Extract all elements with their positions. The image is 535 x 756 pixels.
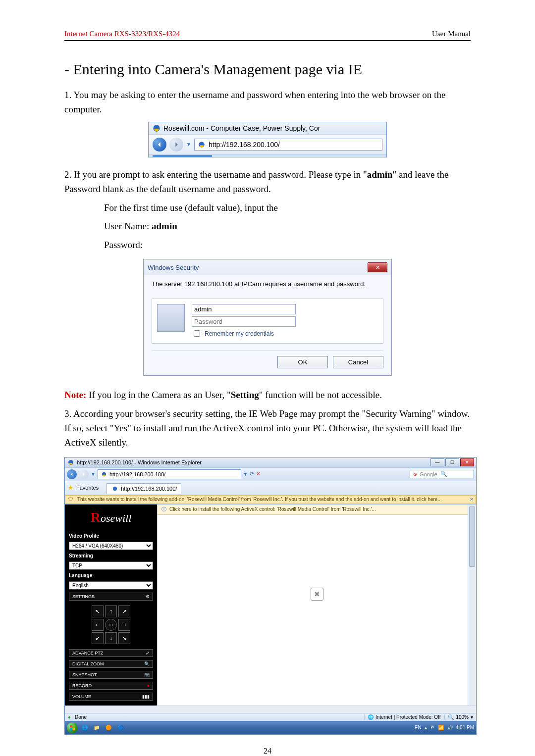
favorites-bar: ★ Favorites http://192.168.200.100/ bbox=[65, 481, 476, 495]
tray-lang[interactable]: EN bbox=[415, 725, 422, 730]
ptz-up[interactable]: ↑ bbox=[105, 605, 117, 617]
credentials-container: Remember my credentials bbox=[152, 299, 383, 344]
note-label: Note: bbox=[64, 390, 86, 400]
close-button[interactable]: ✕ bbox=[368, 262, 387, 272]
tray-chevron-icon[interactable]: ▴ bbox=[425, 725, 427, 730]
tray-volume-icon[interactable]: 🔊 bbox=[447, 725, 453, 730]
ptz-left[interactable]: ← bbox=[92, 619, 104, 631]
ptz-up-right[interactable]: ↗ bbox=[118, 605, 130, 617]
video-profile-label: Video Profile bbox=[69, 533, 153, 539]
ie-address-bar-screenshot: Rosewill.com - Computer Case, Power Supp… bbox=[148, 122, 387, 157]
forward-button[interactable] bbox=[79, 469, 89, 479]
taskbar-app-icon[interactable]: 🔵 bbox=[115, 723, 125, 733]
back-button[interactable] bbox=[67, 469, 77, 479]
streaming-select[interactable]: TCP bbox=[69, 561, 153, 570]
stop-icon[interactable]: ✕ bbox=[256, 471, 261, 477]
chevron-down-icon: ▾ bbox=[471, 714, 473, 720]
nav-history-dropdown-icon[interactable]: ▼ bbox=[91, 471, 96, 477]
language-select[interactable]: English bbox=[69, 581, 153, 590]
activex-inner-text: Click here to install the following Acti… bbox=[169, 506, 376, 512]
ie-window-title-bar: Rosewill.com - Computer Case, Power Supp… bbox=[149, 122, 386, 134]
logo-rest: osewill bbox=[101, 512, 131, 524]
info-icon: ⓘ bbox=[161, 506, 166, 513]
record-icon: ● bbox=[147, 683, 150, 688]
digital-zoom-label: DIGITAL ZOOM bbox=[72, 661, 104, 666]
volume-icon: ▮▮▮ bbox=[142, 694, 150, 699]
nav-history-dropdown-icon[interactable]: ▼ bbox=[186, 142, 191, 147]
ptz-down-right[interactable]: ↘ bbox=[118, 632, 130, 644]
activex-inner-bar[interactable]: ⓘ Click here to install the following Ac… bbox=[158, 504, 476, 515]
header-model: Internet Camera RXS-3323/RXS-4324 bbox=[64, 30, 180, 38]
dialog-title: Windows Security bbox=[148, 264, 199, 271]
refresh-icon[interactable]: ⟳ bbox=[250, 471, 254, 477]
forward-button[interactable] bbox=[169, 138, 183, 151]
status-done-text: Done bbox=[75, 714, 87, 720]
volume-button[interactable]: VOLUME ▮▮▮ bbox=[69, 693, 153, 701]
remember-credentials-row[interactable]: Remember my credentials bbox=[192, 329, 378, 338]
ptz-down-left[interactable]: ↙ bbox=[92, 632, 104, 644]
tray-time[interactable]: 4:01 PM bbox=[456, 725, 474, 730]
svg-rect-8 bbox=[73, 728, 75, 730]
tray-flag-icon[interactable]: 🏳 bbox=[430, 725, 435, 730]
info-bar-close-icon[interactable]: ✕ bbox=[470, 497, 474, 502]
address-bar[interactable]: http://192.168.200.100/ bbox=[194, 139, 382, 151]
activex-info-bar[interactable]: 🛡 This website wants to install the foll… bbox=[65, 495, 476, 504]
credential-fields: Remember my credentials bbox=[192, 304, 378, 338]
indent-2b: admin bbox=[152, 221, 177, 231]
vertical-scroll-thumb[interactable] bbox=[469, 506, 475, 567]
taskbar-media-icon[interactable]: 🟠 bbox=[104, 723, 113, 733]
advance-ptz-button[interactable]: ADVANCE PTZ ⤢ bbox=[69, 649, 153, 657]
status-zoom-text: 100% bbox=[456, 714, 469, 720]
svg-rect-7 bbox=[70, 728, 72, 730]
horizontal-scrollbar[interactable] bbox=[65, 706, 476, 713]
status-zone-text: Internet | Protected Mode: Off bbox=[375, 714, 440, 720]
header-rule bbox=[64, 40, 471, 41]
zoom-icon: 🔍 bbox=[144, 661, 150, 666]
note-a: If you log in the Camera as an User, " bbox=[86, 390, 230, 400]
note-b: " function will be not accessible. bbox=[259, 390, 382, 400]
favorites-star-icon[interactable]: ★ bbox=[68, 484, 73, 491]
status-zoom[interactable]: 🔍 100% ▾ bbox=[444, 714, 473, 720]
ie-nav-bar: ▼ http://192.168.200.100/ bbox=[149, 134, 386, 154]
password-field[interactable] bbox=[192, 316, 296, 327]
search-box[interactable]: G Google 🔍 bbox=[410, 470, 474, 478]
window-close-button[interactable]: ✕ bbox=[460, 458, 474, 466]
address-bar[interactable]: http://192.168.200.100/ bbox=[98, 469, 241, 479]
tray-network-icon[interactable]: 📶 bbox=[438, 725, 444, 730]
video-profile-select[interactable]: H264 / VGA (640X480) bbox=[69, 542, 153, 550]
ptz-right[interactable]: → bbox=[118, 619, 130, 631]
digital-zoom-button[interactable]: DIGITAL ZOOM 🔍 bbox=[69, 660, 153, 668]
minimize-button[interactable]: — bbox=[430, 458, 444, 466]
snapshot-button[interactable]: SNAPSHOT 📷 bbox=[69, 671, 153, 679]
maximize-button[interactable]: ☐ bbox=[445, 458, 459, 466]
ok-button[interactable]: OK bbox=[277, 356, 328, 368]
browser-tab[interactable]: http://192.168.200.100/ bbox=[107, 483, 181, 494]
close-icon: ✕ bbox=[375, 264, 380, 271]
vertical-scrollbar[interactable] bbox=[468, 504, 476, 706]
ie-status-bar: ● Done 🌐 Internet | Protected Mode: Off … bbox=[65, 713, 476, 721]
back-button[interactable] bbox=[153, 138, 166, 151]
taskbar-explorer-icon[interactable]: 📁 bbox=[92, 723, 102, 733]
dialog-message: The server 192.168.200.100 at IPCam requ… bbox=[152, 280, 383, 288]
ptz-home[interactable]: ○ bbox=[105, 619, 117, 631]
taskbar-ie-icon[interactable]: 🌐 bbox=[80, 723, 90, 733]
rosewill-logo: Rosewill bbox=[69, 509, 153, 525]
favorites-label: Favorites bbox=[76, 485, 99, 491]
dialog-titlebar: Windows Security ✕ bbox=[144, 259, 391, 275]
username-field[interactable] bbox=[192, 304, 296, 314]
search-placeholder: Google bbox=[420, 471, 437, 477]
remember-checkbox[interactable] bbox=[194, 330, 200, 337]
settings-button[interactable]: SETTINGS ⚙ bbox=[69, 593, 153, 601]
ptz-down[interactable]: ↓ bbox=[105, 632, 117, 644]
page-status-icon: ● bbox=[68, 714, 71, 720]
svg-rect-6 bbox=[73, 725, 75, 728]
cancel-button[interactable]: Cancel bbox=[333, 356, 383, 368]
record-button[interactable]: RECORD ● bbox=[69, 682, 153, 690]
windows-logo-icon bbox=[69, 725, 75, 731]
address-dropdown-icon[interactable]: ▼ bbox=[243, 472, 248, 477]
ptz-up-left[interactable]: ↖ bbox=[92, 605, 104, 617]
p2-admin: admin bbox=[367, 169, 393, 180]
search-icon[interactable]: 🔍 bbox=[438, 471, 447, 477]
start-button[interactable] bbox=[67, 722, 78, 733]
address-url-text: http://192.168.200.100/ bbox=[209, 141, 280, 149]
